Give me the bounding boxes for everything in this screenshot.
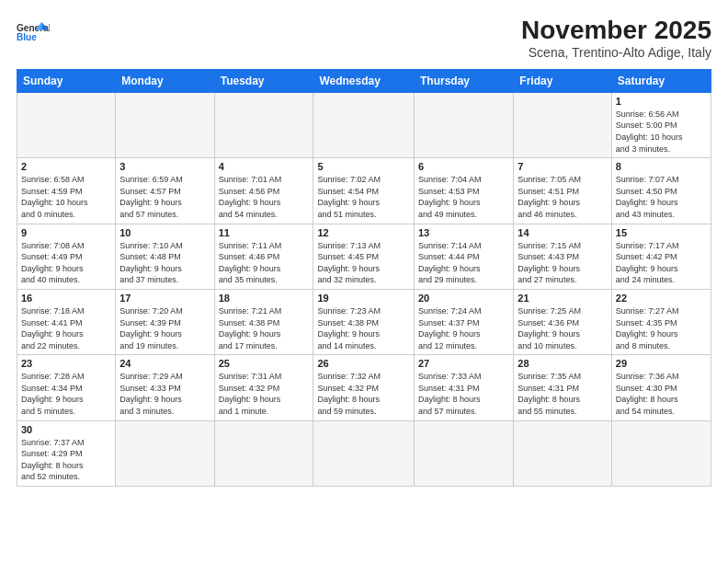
calendar-cell xyxy=(313,420,415,486)
day-info: Sunrise: 7:14 AM Sunset: 4:44 PM Dayligh… xyxy=(418,240,509,286)
calendar-cell: 10Sunrise: 7:10 AM Sunset: 4:48 PM Dayli… xyxy=(116,224,214,289)
day-number: 27 xyxy=(418,358,509,369)
day-number: 5 xyxy=(317,161,410,172)
calendar-cell: 4Sunrise: 7:01 AM Sunset: 4:56 PM Daylig… xyxy=(214,158,313,224)
header-thursday: Thursday xyxy=(415,69,514,92)
logo: General Blue xyxy=(17,17,50,50)
day-number: 13 xyxy=(418,227,509,238)
day-info: Sunrise: 7:04 AM Sunset: 4:53 PM Dayligh… xyxy=(418,174,509,220)
calendar-cell: 26Sunrise: 7:32 AM Sunset: 4:32 PM Dayli… xyxy=(313,355,415,420)
calendar-cell xyxy=(313,92,415,157)
day-number: 29 xyxy=(616,358,707,369)
calendar-week-4: 23Sunrise: 7:28 AM Sunset: 4:34 PM Dayli… xyxy=(17,355,711,420)
day-number: 30 xyxy=(21,424,111,435)
calendar-cell: 9Sunrise: 7:08 AM Sunset: 4:49 PM Daylig… xyxy=(17,224,116,289)
day-number: 24 xyxy=(119,358,210,369)
calendar-cell: 1Sunrise: 6:56 AM Sunset: 5:00 PM Daylig… xyxy=(611,92,711,157)
calendar-cell: 7Sunrise: 7:05 AM Sunset: 4:51 PM Daylig… xyxy=(514,158,612,224)
calendar-cell xyxy=(17,92,116,157)
calendar-cell: 18Sunrise: 7:21 AM Sunset: 4:38 PM Dayli… xyxy=(214,289,313,354)
day-number: 25 xyxy=(219,358,310,369)
day-info: Sunrise: 7:35 AM Sunset: 4:31 PM Dayligh… xyxy=(518,371,608,417)
day-number: 7 xyxy=(518,161,608,172)
page: General Blue November 2025 Scena, Trenti… xyxy=(0,0,728,563)
day-info: Sunrise: 6:59 AM Sunset: 4:57 PM Dayligh… xyxy=(119,174,210,220)
title-block: November 2025 Scena, Trentino-Alto Adige… xyxy=(521,17,711,60)
calendar-cell: 27Sunrise: 7:33 AM Sunset: 4:31 PM Dayli… xyxy=(415,355,514,420)
day-number: 10 xyxy=(119,227,210,238)
day-info: Sunrise: 7:15 AM Sunset: 4:43 PM Dayligh… xyxy=(518,240,608,286)
day-number: 23 xyxy=(21,358,111,369)
day-number: 17 xyxy=(119,293,210,304)
calendar-cell xyxy=(415,92,514,157)
header: General Blue November 2025 Scena, Trenti… xyxy=(17,17,711,60)
calendar-cell: 16Sunrise: 7:18 AM Sunset: 4:41 PM Dayli… xyxy=(17,289,116,354)
day-info: Sunrise: 7:29 AM Sunset: 4:33 PM Dayligh… xyxy=(119,371,210,417)
day-info: Sunrise: 7:37 AM Sunset: 4:29 PM Dayligh… xyxy=(21,437,111,483)
header-tuesday: Tuesday xyxy=(214,69,313,92)
day-info: Sunrise: 7:08 AM Sunset: 4:49 PM Dayligh… xyxy=(21,240,111,286)
day-number: 21 xyxy=(518,293,608,304)
day-info: Sunrise: 7:02 AM Sunset: 4:54 PM Dayligh… xyxy=(317,174,410,220)
calendar-week-1: 2Sunrise: 6:58 AM Sunset: 4:59 PM Daylig… xyxy=(17,158,711,224)
day-info: Sunrise: 6:56 AM Sunset: 5:00 PM Dayligh… xyxy=(616,109,707,155)
calendar-cell: 17Sunrise: 7:20 AM Sunset: 4:39 PM Dayli… xyxy=(116,289,214,354)
day-info: Sunrise: 7:36 AM Sunset: 4:30 PM Dayligh… xyxy=(616,371,707,417)
day-info: Sunrise: 7:33 AM Sunset: 4:31 PM Dayligh… xyxy=(418,371,509,417)
calendar-cell: 29Sunrise: 7:36 AM Sunset: 4:30 PM Dayli… xyxy=(611,355,711,420)
day-number: 15 xyxy=(616,227,707,238)
calendar-cell xyxy=(116,420,214,486)
day-info: Sunrise: 7:18 AM Sunset: 4:41 PM Dayligh… xyxy=(21,305,111,351)
calendar-cell: 23Sunrise: 7:28 AM Sunset: 4:34 PM Dayli… xyxy=(17,355,116,420)
day-number: 2 xyxy=(21,161,111,172)
day-info: Sunrise: 7:01 AM Sunset: 4:56 PM Dayligh… xyxy=(219,174,310,220)
calendar-cell: 20Sunrise: 7:24 AM Sunset: 4:37 PM Dayli… xyxy=(415,289,514,354)
header-saturday: Saturday xyxy=(611,69,711,92)
day-number: 28 xyxy=(518,358,608,369)
day-info: Sunrise: 7:11 AM Sunset: 4:46 PM Dayligh… xyxy=(219,240,310,286)
day-number: 1 xyxy=(616,96,707,107)
day-number: 22 xyxy=(616,293,707,304)
day-number: 20 xyxy=(418,293,509,304)
calendar-cell xyxy=(514,420,612,486)
day-info: Sunrise: 7:07 AM Sunset: 4:50 PM Dayligh… xyxy=(616,174,707,220)
calendar-cell xyxy=(611,420,711,486)
day-number: 8 xyxy=(616,161,707,172)
calendar-cell xyxy=(116,92,214,157)
day-info: Sunrise: 7:23 AM Sunset: 4:38 PM Dayligh… xyxy=(317,305,410,351)
calendar: Sunday Monday Tuesday Wednesday Thursday… xyxy=(17,69,711,487)
day-number: 9 xyxy=(21,227,111,238)
day-info: Sunrise: 7:17 AM Sunset: 4:42 PM Dayligh… xyxy=(616,240,707,286)
calendar-cell xyxy=(415,420,514,486)
day-info: Sunrise: 7:20 AM Sunset: 4:39 PM Dayligh… xyxy=(119,305,210,351)
day-number: 6 xyxy=(418,161,509,172)
day-info: Sunrise: 7:05 AM Sunset: 4:51 PM Dayligh… xyxy=(518,174,608,220)
day-info: Sunrise: 6:58 AM Sunset: 4:59 PM Dayligh… xyxy=(21,174,111,220)
calendar-cell: 30Sunrise: 7:37 AM Sunset: 4:29 PM Dayli… xyxy=(17,420,116,486)
calendar-cell: 5Sunrise: 7:02 AM Sunset: 4:54 PM Daylig… xyxy=(313,158,415,224)
day-number: 26 xyxy=(317,358,410,369)
day-info: Sunrise: 7:28 AM Sunset: 4:34 PM Dayligh… xyxy=(21,371,111,417)
calendar-cell: 6Sunrise: 7:04 AM Sunset: 4:53 PM Daylig… xyxy=(415,158,514,224)
calendar-cell: 25Sunrise: 7:31 AM Sunset: 4:32 PM Dayli… xyxy=(214,355,313,420)
day-info: Sunrise: 7:21 AM Sunset: 4:38 PM Dayligh… xyxy=(219,305,310,351)
calendar-cell: 14Sunrise: 7:15 AM Sunset: 4:43 PM Dayli… xyxy=(514,224,612,289)
calendar-week-5: 30Sunrise: 7:37 AM Sunset: 4:29 PM Dayli… xyxy=(17,420,711,486)
calendar-cell xyxy=(214,92,313,157)
day-info: Sunrise: 7:24 AM Sunset: 4:37 PM Dayligh… xyxy=(418,305,509,351)
day-info: Sunrise: 7:27 AM Sunset: 4:35 PM Dayligh… xyxy=(616,305,707,351)
calendar-cell: 19Sunrise: 7:23 AM Sunset: 4:38 PM Dayli… xyxy=(313,289,415,354)
logo-icon: General Blue xyxy=(17,17,50,50)
calendar-cell: 8Sunrise: 7:07 AM Sunset: 4:50 PM Daylig… xyxy=(611,158,711,224)
calendar-cell: 21Sunrise: 7:25 AM Sunset: 4:36 PM Dayli… xyxy=(514,289,612,354)
day-number: 4 xyxy=(219,161,310,172)
calendar-week-0: 1Sunrise: 6:56 AM Sunset: 5:00 PM Daylig… xyxy=(17,92,711,157)
month-title: November 2025 xyxy=(521,17,711,45)
subtitle: Scena, Trentino-Alto Adige, Italy xyxy=(521,45,711,60)
day-number: 12 xyxy=(317,227,410,238)
calendar-cell xyxy=(514,92,612,157)
calendar-cell: 12Sunrise: 7:13 AM Sunset: 4:45 PM Dayli… xyxy=(313,224,415,289)
day-number: 11 xyxy=(219,227,310,238)
calendar-header-row: Sunday Monday Tuesday Wednesday Thursday… xyxy=(17,69,711,92)
calendar-cell: 24Sunrise: 7:29 AM Sunset: 4:33 PM Dayli… xyxy=(116,355,214,420)
